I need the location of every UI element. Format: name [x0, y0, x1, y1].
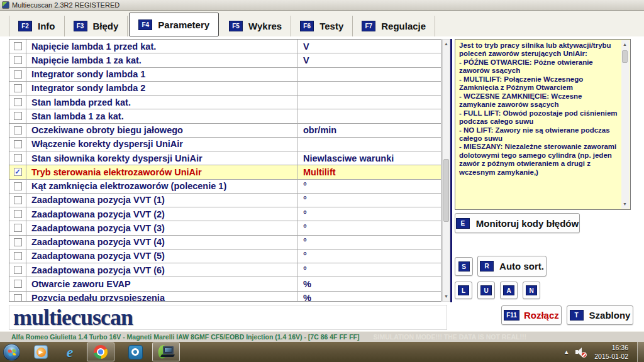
table-row[interactable]: Zaadaptowana pozycja VVT (3) °	[9, 221, 441, 235]
templates-button[interactable]: T Szablony	[567, 305, 633, 325]
sort-button[interactable]: S	[455, 257, 473, 276]
row-checkbox[interactable]: ✓	[14, 168, 22, 176]
tab-regulacje[interactable]: F7 Regulacje	[353, 16, 435, 36]
multiecuscan-window: Multiecuscan 2.3R2 REGISTERED F2 Info F3…	[0, 0, 644, 362]
table-row[interactable]: Stan lambda 1 za kat.	[9, 109, 441, 123]
scroll-down-icon[interactable]: ▼	[443, 292, 450, 301]
monitor-error-codes-button[interactable]: E Monitoruj kody błędów	[455, 213, 580, 233]
fkey-badge: S	[458, 261, 470, 272]
tab-bledy[interactable]: F3 Błędy	[65, 16, 128, 36]
auto-sort-button[interactable]: R Auto sort.	[477, 256, 547, 277]
table-row[interactable]: Zaadaptowana pozycja VVT (1) °	[9, 194, 441, 207]
start-button[interactable]	[3, 344, 20, 361]
param-value: °	[297, 250, 441, 263]
table-row[interactable]: Oczekiwane obroty biegu jałowego obr/min	[9, 124, 441, 138]
taskbar-clock[interactable]: 16:36 2015-01-02	[594, 343, 628, 361]
row-checkbox[interactable]	[14, 280, 22, 288]
table-row[interactable]: Stan siłownika korekty dyspersji UniAir …	[9, 151, 441, 165]
row-checkbox[interactable]	[14, 112, 22, 120]
table-row[interactable]: Zaadaptowana pozycja VVT (6) °	[9, 263, 441, 277]
tray-expand-icon[interactable]: ▲	[564, 349, 569, 355]
parameter-table-body: Napięcie lambda 1 przed kat. V Napięcie …	[9, 40, 441, 302]
table-row[interactable]: Włączenie korekty dyspersji UniAir	[9, 138, 441, 151]
fkey-badge: F4	[138, 19, 152, 30]
row-checkbox[interactable]	[14, 140, 22, 148]
key-a-button[interactable]: A	[500, 282, 518, 299]
table-scrollbar[interactable]: ▲ ▼	[442, 39, 450, 302]
taskbar-chrome-button[interactable]	[87, 343, 114, 361]
param-name: Zaadaptowana pozycja VVT (6)	[26, 263, 297, 277]
row-checkbox[interactable]	[14, 126, 22, 134]
table-row[interactable]: Zaadaptowana pozycja VVT (5) °	[9, 250, 441, 263]
param-name: Zaadaptowana pozycja VVT (2)	[26, 207, 297, 221]
row-checkbox[interactable]	[14, 196, 22, 204]
table-row[interactable]: Pozycja pedału przyspieszenia %	[9, 292, 441, 302]
row-checkbox[interactable]	[14, 42, 22, 50]
key-l-button[interactable]: L	[455, 282, 472, 299]
table-row[interactable]: Zaadaptowana pozycja VVT (2) °	[9, 207, 441, 221]
taskbar-recorder-button[interactable]	[127, 343, 143, 361]
row-checkbox[interactable]	[14, 266, 22, 274]
row-checkbox[interactable]	[14, 182, 22, 190]
show-desktop-button[interactable]	[637, 342, 644, 362]
fkey-badge: T	[570, 310, 584, 321]
taskbar-ie-button[interactable]: e	[62, 343, 78, 361]
scroll-down-icon[interactable]: ▼	[621, 200, 628, 209]
taskbar-multiecuscan-button[interactable]	[152, 343, 180, 361]
table-row[interactable]: Stan lambda przed kat.	[9, 96, 441, 109]
param-value: obr/min	[297, 124, 441, 137]
scrollbar-thumb[interactable]	[622, 50, 628, 63]
table-row[interactable]: Napięcie lambda 1 za kat. V	[9, 53, 441, 67]
tab-parametery[interactable]: F4 Parametery	[129, 13, 219, 36]
screen-recorder-icon	[128, 345, 143, 359]
multiecuscan-logo: multiecuscan	[13, 306, 133, 329]
row-checkbox[interactable]	[14, 84, 22, 92]
info-line: - FULL LIFT: Obwód pozostaje pod ciśnien…	[459, 109, 619, 126]
table-row[interactable]: ✓ Tryb sterowania elektrozaworów UniAir …	[9, 165, 441, 179]
scroll-up-icon[interactable]: ▲	[443, 40, 450, 48]
param-value: %	[297, 277, 441, 290]
param-name: Kąt zamknięcia elektrozaworów (polecenie…	[26, 180, 297, 193]
scroll-up-icon[interactable]: ▲	[621, 40, 628, 49]
vehicle-info: Alfa Romeo Giulietta 1.4 Turbo 16V - Mag…	[11, 333, 359, 341]
param-name: Napięcie lambda 1 przed kat.	[26, 40, 297, 53]
param-name: Oczekiwane obroty biegu jałowego	[26, 124, 297, 137]
row-checkbox[interactable]	[14, 154, 22, 162]
fkey-badge: F7	[362, 21, 375, 31]
media-player-icon: ▶	[34, 345, 48, 359]
table-row[interactable]: Kąt zamknięcia elektrozaworów (polecenie…	[9, 180, 441, 194]
row-checkbox[interactable]	[14, 252, 22, 260]
fkey-badge: L	[458, 285, 469, 295]
param-value: °	[297, 236, 441, 249]
info-panel: Jest to tryb pracy silnika lub aktywacji…	[455, 39, 631, 210]
system-tray: ▲ 16:36 2015-01-02	[564, 342, 644, 362]
volume-muted-icon[interactable]	[575, 348, 586, 356]
scrollbar-thumb[interactable]	[443, 159, 449, 222]
row-checkbox[interactable]	[14, 238, 22, 246]
tab-testy[interactable]: F6 Testy	[291, 16, 353, 36]
key-u-button[interactable]: U	[477, 282, 495, 299]
table-row[interactable]: Zaadaptowana pozycja VVT (4) °	[9, 236, 441, 250]
row-checkbox[interactable]	[14, 70, 22, 79]
table-row[interactable]: Napięcie lambda 1 przed kat. V	[9, 40, 441, 53]
parameter-table: Napięcie lambda 1 przed kat. V Napięcie …	[9, 39, 441, 302]
clock-date: 2015-01-02	[594, 352, 628, 361]
taskbar: ▶ e ▲ 16:36 2015-01-02	[0, 342, 644, 362]
tab-wykres[interactable]: F5 Wykres	[220, 16, 291, 36]
row-checkbox[interactable]	[14, 294, 22, 302]
row-checkbox[interactable]	[14, 98, 22, 106]
param-name: Napięcie lambda 1 za kat.	[26, 53, 297, 67]
param-value: V	[297, 40, 441, 53]
disconnect-button[interactable]: F11 Rozłącz	[501, 305, 562, 325]
row-checkbox[interactable]	[14, 224, 22, 232]
table-row[interactable]: Integrator sondy lambda 2	[9, 82, 441, 96]
table-row[interactable]: Otwarcie zaworu EVAP %	[9, 277, 441, 291]
param-value: %	[297, 292, 441, 302]
row-checkbox[interactable]	[14, 56, 22, 64]
info-scrollbar[interactable]: ▲ ▼	[621, 40, 630, 209]
tab-info[interactable]: F2 Info	[9, 16, 65, 36]
key-n-button[interactable]: N	[523, 282, 540, 299]
table-row[interactable]: Integrator sondy lambda 1	[9, 68, 441, 82]
row-checkbox[interactable]	[14, 210, 22, 218]
taskbar-wmp-button[interactable]: ▶	[33, 343, 49, 361]
